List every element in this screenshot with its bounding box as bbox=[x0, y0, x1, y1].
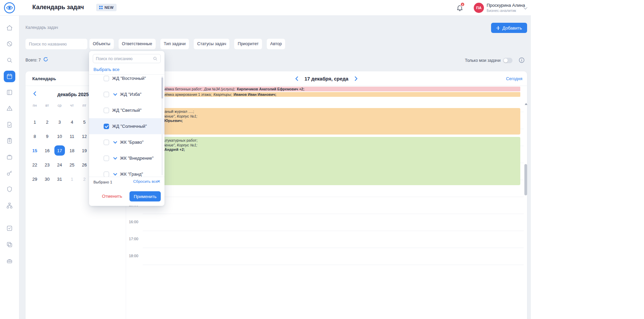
today-link[interactable]: Сегодня bbox=[506, 76, 522, 81]
vertical-scrollbar-thumb[interactable] bbox=[524, 164, 527, 195]
cancel-button[interactable]: Отменить bbox=[102, 194, 122, 199]
timed-event[interactable]: Не подписаный журнал ….; ЖК "Внедрение",… bbox=[144, 108, 520, 135]
sidebar-item-document-check-icon[interactable] bbox=[4, 119, 15, 130]
chevron-down-icon[interactable] bbox=[113, 140, 117, 143]
calendar-day[interactable]: 5 bbox=[79, 117, 90, 127]
dropdown-item[interactable]: ЖД "Изба" bbox=[89, 86, 164, 102]
calendar-day-today[interactable]: 15 bbox=[30, 145, 40, 156]
dropdown-search bbox=[93, 54, 161, 63]
dropdown-item-selected[interactable]: ЖД "Солнечный" bbox=[89, 118, 164, 134]
sidebar-item-shield-icon[interactable] bbox=[4, 183, 15, 195]
calendar-day[interactable]: 10 bbox=[54, 131, 65, 141]
dropdown-item-label: ЖК "Браво" bbox=[120, 140, 143, 145]
calendar-day[interactable]: 30 bbox=[42, 174, 52, 184]
checkbox[interactable] bbox=[104, 108, 109, 113]
dropdown-search-input[interactable] bbox=[96, 56, 153, 61]
checkbox-checked[interactable] bbox=[104, 124, 109, 129]
calendar-day[interactable]: 9 bbox=[42, 131, 52, 141]
checkbox[interactable] bbox=[104, 156, 109, 161]
calendar-day[interactable]: 16 bbox=[42, 145, 52, 156]
filter-task-statuses[interactable]: Статусы задач bbox=[194, 39, 229, 49]
calendar-day[interactable]: 4 bbox=[67, 117, 77, 127]
sidebar-item-calendar-icon[interactable] bbox=[4, 71, 15, 82]
info-icon[interactable] bbox=[519, 57, 525, 65]
dropdown-item[interactable]: ЖК "Гранд" bbox=[89, 166, 164, 177]
dropdown-item[interactable]: ЖД "Светлый" bbox=[89, 102, 164, 118]
sidebar-item-briefcase-icon[interactable] bbox=[4, 151, 15, 163]
calendar-day[interactable]: 11 bbox=[67, 131, 77, 141]
search-icon bbox=[84, 42, 84, 47]
chevron-down-icon[interactable] bbox=[113, 92, 117, 95]
apply-button[interactable]: Применить bbox=[129, 191, 161, 201]
dropdown-item[interactable]: ЖК "Внедрение" bbox=[89, 150, 164, 166]
allday-event[interactable]: Приёмка армирования 1 этажа;Квартиры;Ива… bbox=[144, 92, 520, 97]
calendar-day[interactable]: 22 bbox=[30, 160, 40, 170]
app-root: Календарь задач NEW 3 ПА Проскурина Алин… bbox=[0, 0, 644, 319]
sidebar-item-board-icon[interactable] bbox=[4, 87, 15, 98]
reset-all-link[interactable]: Сбросить все bbox=[133, 179, 158, 183]
refresh-icon[interactable] bbox=[43, 57, 48, 63]
hour-label: 18:00 bbox=[126, 254, 141, 258]
calendar-day-muted[interactable]: 1 bbox=[67, 174, 77, 184]
timed-event[interactable]: Приёмка штукатурных работ; ЖК "Внедрение… bbox=[144, 137, 520, 185]
checkbox[interactable] bbox=[104, 76, 109, 81]
dropdown-item[interactable]: ЖК "Браво" bbox=[89, 134, 164, 150]
sidebar-item-clipboard-icon[interactable] bbox=[4, 135, 15, 146]
calendar-day[interactable]: 18 bbox=[67, 145, 77, 156]
filter-objects[interactable]: Объекты bbox=[89, 39, 114, 49]
scroll-up-arrow-icon[interactable] bbox=[525, 103, 527, 105]
sidebar-item-flow-icon[interactable] bbox=[4, 200, 15, 211]
sidebar-item-check-square-icon[interactable] bbox=[4, 223, 15, 234]
calendar-day[interactable]: 3 bbox=[54, 117, 65, 127]
event-assignee: Иванов Иван Иванович; bbox=[233, 92, 276, 96]
checkbox[interactable] bbox=[104, 172, 109, 177]
event-object: ЖК "Внедрение", Корпус №1; bbox=[146, 114, 518, 119]
prev-day-chevron-left-icon[interactable] bbox=[294, 76, 299, 81]
sidebar-item-home-icon[interactable] bbox=[4, 22, 15, 34]
calendar-day[interactable]: 1 bbox=[30, 117, 40, 127]
filter-author[interactable]: Автор bbox=[267, 39, 285, 49]
filter-priority[interactable]: Приоритет bbox=[234, 39, 262, 49]
event-title: Не подписаный журнал ….; bbox=[146, 109, 518, 114]
checkbox[interactable] bbox=[104, 92, 109, 97]
chevron-down-icon[interactable] bbox=[113, 156, 117, 159]
sidebar-item-key-icon[interactable] bbox=[4, 167, 15, 179]
dropdown-scrollbar-thumb[interactable] bbox=[161, 77, 163, 99]
calendar-day[interactable]: 25 bbox=[67, 160, 77, 170]
task-search bbox=[25, 39, 87, 49]
sidebar-item-search-icon[interactable] bbox=[4, 54, 15, 66]
filter-task-type[interactable]: Тип задачи bbox=[160, 39, 189, 49]
calendar-day[interactable]: 24 bbox=[54, 160, 65, 170]
calendar-day-muted[interactable]: 2 bbox=[79, 174, 90, 184]
calendar-day[interactable]: 29 bbox=[30, 174, 40, 184]
allday-event[interactable]: Приёмка бетонных работ;Дом №34 (услуги);… bbox=[144, 87, 520, 91]
sidebar-item-toolbox-icon[interactable] bbox=[4, 255, 15, 267]
sidebar-item-warning-icon[interactable] bbox=[4, 103, 15, 114]
dropdown-item[interactable]: ЖД "Восточный" bbox=[89, 75, 164, 86]
dropdown-item-label: ЖК "Гранд" bbox=[120, 172, 143, 177]
filter-responsible[interactable]: Ответственные bbox=[119, 39, 156, 49]
calendar-day[interactable]: 8 bbox=[30, 131, 40, 141]
calendar-day[interactable]: 23 bbox=[42, 160, 52, 170]
next-day-chevron-right-icon[interactable] bbox=[354, 76, 359, 81]
sidebar-item-copy-icon[interactable] bbox=[4, 239, 15, 250]
select-all-link[interactable]: Выбрать все bbox=[93, 67, 119, 72]
current-date-label: 17 декабря, среда bbox=[304, 76, 348, 82]
dropdown-item-label: ЖД "Солнечный" bbox=[112, 124, 147, 129]
calendar-day[interactable]: 19 bbox=[79, 145, 90, 156]
close-icon[interactable]: ✕ bbox=[157, 179, 160, 184]
chevron-down-icon[interactable] bbox=[113, 172, 117, 175]
only-my-tasks-toggle[interactable] bbox=[503, 58, 512, 63]
task-search-input[interactable] bbox=[29, 42, 84, 47]
calendar-day[interactable]: 12 bbox=[79, 131, 90, 141]
calendar-day[interactable]: 2 bbox=[42, 117, 52, 127]
event-assignee: Фёдоров Юрьевич; bbox=[146, 119, 518, 123]
calendar-day[interactable]: 26 bbox=[79, 160, 90, 170]
add-task-button[interactable]: Добавить bbox=[491, 23, 527, 33]
user-avatar[interactable]: ПА bbox=[474, 3, 484, 13]
checkbox[interactable] bbox=[104, 140, 109, 145]
sidebar-item-ban-icon[interactable] bbox=[4, 38, 15, 50]
calendar-day[interactable]: 31 bbox=[54, 174, 65, 184]
calendar-day-selected[interactable]: 17 bbox=[54, 145, 65, 156]
prev-month-chevron-left-icon[interactable] bbox=[32, 91, 37, 96]
